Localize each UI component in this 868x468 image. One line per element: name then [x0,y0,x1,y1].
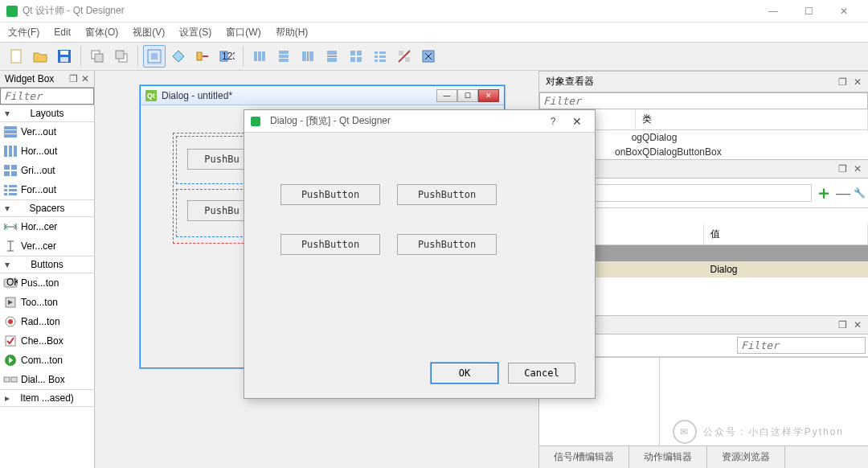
svg-rect-22 [327,51,337,55]
widget-grid-layout[interactable]: Gri...out [0,161,94,180]
buddy-icon[interactable] [191,45,214,68]
maximize-button[interactable]: ☐ [791,0,826,23]
resource-view[interactable] [660,358,868,445]
tab-resource[interactable]: 资源浏览器 [707,446,785,468]
object-inspector-title: 对象查看器 ❐✕ [539,71,868,92]
widget-box-panel: Widget Box ❐✕ ▾Layouts Ver...out Hor...o… [0,71,95,468]
dock-close-icon[interactable]: ✕ [854,319,862,330]
help-button[interactable]: ? [545,116,561,127]
widget-vertical-layout[interactable]: Ver...out [0,122,94,142]
preview-pb-1[interactable]: PushButton [280,184,380,205]
svg-rect-17 [279,55,289,58]
menu-view[interactable]: 视图(V) [133,26,165,39]
preview-pb-3[interactable]: PushButton [280,234,380,255]
remove-property-icon[interactable]: — [836,185,850,202]
widget-vertical-spacer[interactable]: Ver...cer [0,236,94,256]
section-itemviews[interactable]: ▸Item ...ased) [0,389,94,407]
bottom-tabs: 信号/槽编辑器 动作编辑器 资源浏览器 [539,445,868,468]
svg-rect-46 [11,165,17,170]
preview-titlebar[interactable]: Dialog - [预览] - Qt Designer ? ✕ [244,110,595,133]
layout-h-icon[interactable] [248,45,271,68]
form-max-button[interactable]: ☐ [457,89,478,102]
widget-horizontal-spacer[interactable]: Hor...cer [0,217,94,236]
svg-text:123: 123 [222,51,235,62]
section-buttons[interactable]: ▾Buttons [0,256,94,273]
svg-rect-14 [258,51,261,61]
dock-close-icon[interactable]: ✕ [854,163,862,174]
new-file-icon[interactable] [5,45,27,68]
layout-form-icon[interactable] [369,45,391,68]
add-property-icon[interactable]: ＋ [815,181,833,205]
save-icon[interactable] [53,45,76,68]
dock-float-icon[interactable]: ❐ [838,319,847,330]
menu-window[interactable]: 窗口(W) [226,26,260,39]
dock-float-icon[interactable]: ❐ [838,76,847,88]
widget-radiobutton[interactable]: Rad...ton [0,312,94,331]
svg-rect-53 [4,193,7,195]
tab-action[interactable]: 动作编辑器 [629,446,707,468]
section-layouts[interactable]: ▾Layouts [0,105,94,122]
layout-vsplit-icon[interactable] [321,45,343,68]
resource-filter[interactable] [737,337,866,354]
menu-settings[interactable]: 设置(S) [179,26,211,39]
widget-box-filter[interactable] [0,88,94,105]
close-button[interactable]: ✕ [826,0,862,23]
svg-rect-30 [379,51,386,54]
cancel-button[interactable]: Cancel [508,363,575,384]
edit-widgets-icon[interactable] [143,45,166,68]
form-min-button[interactable]: — [436,89,457,102]
section-spacers[interactable]: ▾Spacers [0,199,94,217]
layout-v-icon[interactable] [272,45,295,68]
col-class: 类 [636,109,868,129]
widget-dialogbuttonbox[interactable]: Dial... Box [0,370,94,389]
svg-rect-28 [357,57,362,62]
signal-slot-icon[interactable] [167,45,190,68]
tab-order-icon[interactable]: 123 [215,45,238,68]
dock-float-icon[interactable]: ❐ [838,163,847,174]
menu-file[interactable]: 文件(F) [8,26,39,39]
svg-rect-52 [9,189,17,191]
bring-front-icon[interactable] [110,45,133,68]
preview-pb-4[interactable]: PushButton [397,234,497,255]
tab-signal[interactable]: 信号/槽编辑器 [539,446,629,468]
send-back-icon[interactable] [86,45,108,68]
prop-name-value[interactable]: Dialog [704,261,869,277]
break-layout-icon[interactable] [393,45,416,68]
layout-grid-icon[interactable] [345,45,367,68]
widget-horizontal-layout[interactable]: Hor...out [0,142,94,161]
svg-rect-2 [60,51,68,55]
dock-close-icon[interactable]: ✕ [81,73,89,84]
svg-rect-51 [4,189,7,191]
svg-rect-49 [4,185,7,187]
configure-icon[interactable]: 🔧 [854,187,866,199]
widget-pushbutton[interactable]: OKPus...ton [0,273,94,293]
svg-rect-41 [4,134,17,138]
preview-dialog[interactable]: Dialog - [预览] - Qt Designer ? ✕ PushButt… [244,109,596,399]
dock-float-icon[interactable]: ❐ [69,73,78,84]
svg-rect-42 [4,146,7,157]
adjust-size-icon[interactable] [417,45,440,68]
widget-commandbutton[interactable]: Com...ton [0,351,94,370]
form-titlebar[interactable]: Qt Dialog - untitled* — ☐ ✕ [141,86,504,105]
menu-form[interactable]: 窗体(O) [85,26,118,39]
svg-rect-54 [9,193,17,195]
ok-button[interactable]: OK [431,363,498,384]
widget-form-layout[interactable]: For...out [0,180,94,199]
layout-hsplit-icon[interactable] [297,45,319,68]
svg-rect-44 [14,146,17,157]
menu-help[interactable]: 帮助(H) [276,26,309,39]
svg-rect-9 [151,53,158,60]
preview-close-button[interactable]: ✕ [566,115,588,128]
preview-pb-2[interactable]: PushButton [397,184,497,205]
object-filter[interactable] [539,92,868,109]
form-close-button[interactable]: ✕ [478,89,499,102]
widget-checkbox[interactable]: Che...Box [0,331,94,351]
object-inspector-label: 对象查看器 [546,75,594,88]
menu-edit[interactable]: Edit [54,27,71,38]
svg-rect-19 [302,51,306,61]
open-file-icon[interactable] [29,45,51,68]
widget-toolbutton[interactable]: Too...ton [0,293,94,312]
svg-rect-25 [350,51,355,55]
minimize-button[interactable]: — [755,0,791,23]
dock-close-icon[interactable]: ✕ [854,76,862,88]
